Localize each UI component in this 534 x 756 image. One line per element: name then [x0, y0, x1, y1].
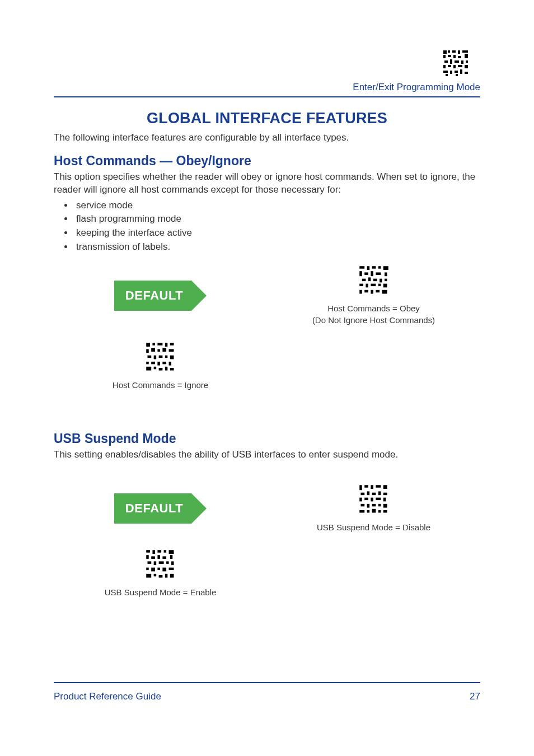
svg-rect-32 — [378, 267, 380, 269]
default-arrow-icon: DEFAULT — [114, 280, 207, 311]
footer-divider — [54, 682, 480, 683]
svg-rect-51 — [371, 290, 373, 294]
svg-rect-4 — [458, 50, 460, 54]
svg-rect-107 — [146, 550, 150, 553]
svg-rect-44 — [359, 284, 363, 286]
svg-rect-10 — [465, 54, 468, 58]
default-arrow-icon: DEFAULT — [114, 493, 207, 524]
bullet-item: flash programming mode — [74, 212, 480, 226]
svg-rect-127 — [146, 574, 151, 578]
svg-rect-6 — [443, 55, 446, 58]
svg-rect-22 — [450, 71, 452, 74]
svg-rect-9 — [458, 56, 461, 58]
usb-suspend-enable-barcode-icon — [145, 549, 176, 580]
svg-rect-109 — [157, 550, 161, 553]
svg-rect-37 — [376, 273, 381, 275]
section-heading-host-commands: Host Commands — Obey/Ignore — [54, 153, 480, 169]
section2-row1: DEFAULT USB Suspend Mode = Disable — [54, 484, 480, 533]
programming-mode-label: Enter/Exit Programming Mode — [54, 82, 480, 93]
svg-rect-126 — [168, 568, 174, 570]
section-heading-usb-suspend: USB Suspend Mode — [54, 431, 480, 446]
header-divider — [54, 96, 480, 97]
page-footer: Product Reference Guide 27 — [54, 682, 480, 702]
svg-rect-67 — [158, 356, 162, 358]
svg-rect-65 — [147, 356, 151, 358]
svg-rect-40 — [368, 278, 370, 282]
svg-rect-89 — [378, 492, 380, 496]
svg-rect-13 — [455, 60, 459, 63]
svg-rect-95 — [383, 498, 385, 502]
svg-rect-2 — [448, 50, 450, 53]
svg-rect-112 — [146, 556, 148, 559]
svg-rect-97 — [367, 504, 369, 508]
header-block: Enter/Exit Programming Mode — [54, 49, 480, 93]
svg-rect-16 — [443, 65, 446, 68]
svg-rect-77 — [158, 368, 162, 370]
svg-rect-88 — [372, 493, 376, 495]
svg-rect-119 — [158, 562, 163, 564]
caption-line2: (Do Not Ignore Host Commands) — [312, 315, 435, 325]
svg-rect-46 — [371, 284, 376, 286]
svg-rect-101 — [359, 510, 364, 512]
host-commands-ignore-caption: Host Commands = Ignore — [54, 380, 267, 391]
caption-line1: Host Commands = Obey — [327, 304, 420, 313]
svg-rect-19 — [458, 65, 462, 67]
svg-rect-36 — [371, 272, 373, 277]
svg-rect-31 — [372, 267, 376, 269]
page-title: GLOBAL INTERFACE FEATURES — [54, 110, 480, 127]
svg-rect-68 — [165, 356, 167, 358]
svg-rect-108 — [152, 550, 154, 554]
bullet-item: transmission of labels. — [74, 240, 480, 254]
svg-rect-86 — [360, 493, 364, 495]
arrow-point-icon — [191, 280, 207, 311]
svg-rect-114 — [157, 556, 160, 559]
svg-rect-33 — [383, 267, 388, 270]
default-label: DEFAULT — [114, 281, 191, 311]
svg-rect-11 — [444, 60, 448, 63]
svg-rect-96 — [360, 504, 364, 506]
section2-row2: USB Suspend Mode = Enable — [54, 549, 480, 598]
svg-rect-59 — [170, 343, 174, 345]
svg-rect-111 — [168, 550, 174, 554]
footer-guide-name: Product Reference Guide — [54, 691, 161, 702]
svg-rect-62 — [157, 349, 160, 351]
intro-text: The following interface features are con… — [54, 132, 480, 144]
svg-rect-56 — [152, 343, 154, 345]
section1-row2: Host Commands = Ignore — [54, 342, 480, 391]
svg-rect-52 — [376, 290, 380, 292]
svg-rect-81 — [359, 485, 362, 490]
svg-rect-102 — [367, 510, 369, 512]
svg-rect-115 — [162, 557, 166, 559]
svg-rect-49 — [359, 290, 362, 294]
svg-rect-84 — [376, 485, 381, 487]
svg-rect-8 — [453, 55, 456, 58]
bullet-item: service mode — [74, 199, 480, 213]
svg-rect-120 — [166, 562, 168, 564]
svg-rect-124 — [157, 568, 160, 570]
svg-rect-20 — [465, 65, 468, 68]
section1-desc: This option specifies whether the reader… — [54, 171, 480, 197]
svg-rect-131 — [170, 574, 174, 578]
svg-rect-121 — [171, 562, 174, 566]
svg-rect-35 — [364, 273, 368, 275]
svg-rect-105 — [383, 510, 387, 512]
svg-rect-12 — [450, 59, 452, 64]
svg-rect-63 — [162, 348, 166, 352]
svg-rect-71 — [151, 362, 155, 364]
svg-rect-130 — [165, 574, 167, 578]
svg-rect-18 — [453, 65, 456, 68]
svg-rect-99 — [378, 504, 380, 506]
host-commands-ignore-barcode-icon — [145, 342, 176, 373]
svg-rect-75 — [146, 367, 151, 371]
svg-rect-50 — [364, 290, 368, 292]
svg-rect-128 — [153, 574, 156, 576]
svg-rect-7 — [448, 55, 451, 57]
usb-suspend-disable-caption: USB Suspend Mode = Disable — [267, 522, 480, 533]
default-label: DEFAULT — [114, 493, 191, 524]
svg-rect-42 — [380, 279, 382, 283]
usb-suspend-disable-barcode-icon — [358, 484, 390, 515]
svg-rect-23 — [455, 71, 458, 73]
svg-rect-45 — [366, 284, 368, 288]
svg-rect-72 — [157, 362, 160, 366]
svg-rect-14 — [461, 60, 463, 64]
